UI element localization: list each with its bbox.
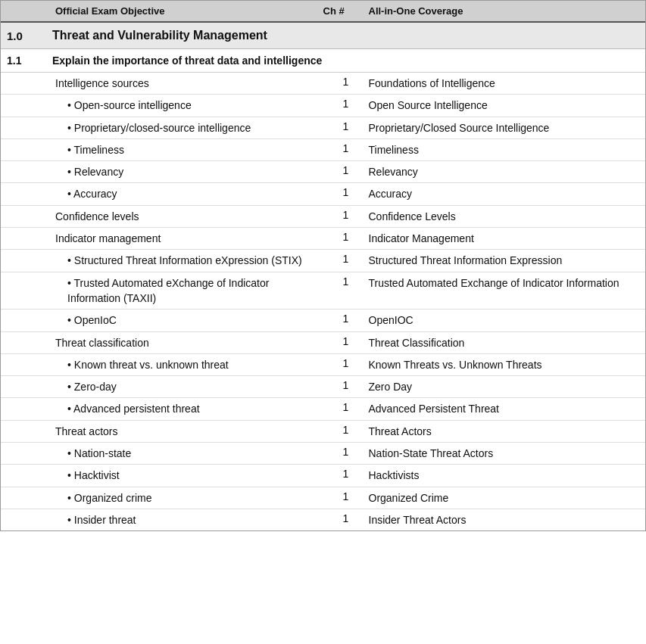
table-row: • Structured Threat Information eXpressi…: [1, 250, 645, 272]
table-row: • OpenIoC1OpenIOC: [1, 310, 645, 331]
row-ch-num: 1: [323, 209, 369, 221]
row-ch-num: 1: [323, 401, 369, 413]
table-row: • Insider threat1Insider Threat Actors: [1, 509, 645, 530]
row-objective-text: • Proprietary/closed-source intelligence: [52, 120, 323, 135]
table-row: • Accuracy1Accuracy: [1, 183, 645, 205]
bullet-icon: •: [67, 166, 74, 178]
row-ch-num: 1: [323, 76, 369, 88]
row-coverage-text: OpenIOC: [369, 313, 640, 328]
table-header: Official Exam Objective Ch # All-in-One …: [1, 1, 645, 23]
row-ch-num: 1: [323, 335, 369, 347]
row-objective-text: • Insider threat: [52, 512, 323, 527]
bullet-icon: •: [67, 403, 73, 415]
bullet-icon: •: [67, 514, 74, 526]
header-col-coverage: All-in-One Coverage: [369, 5, 640, 17]
section-1-1: 1.1 Explain the importance of threat dat…: [1, 49, 645, 73]
table-row: • Known threat vs. unknown threat1Known …: [1, 354, 645, 376]
row-objective-text: Threat classification: [52, 335, 323, 350]
row-coverage-text: Insider Threat Actors: [369, 512, 640, 527]
row-coverage-text: Relevancy: [369, 164, 640, 179]
table-row: • Organized crime1Organized Crime: [1, 487, 645, 509]
row-coverage-text: Foundations of Intelligence: [369, 76, 640, 91]
row-objective-text: • Nation-state: [52, 446, 323, 461]
section-1-1-title: Explain the importance of threat data an…: [52, 54, 639, 67]
row-coverage-text: Known Threats vs. Unknown Threats: [369, 357, 640, 372]
row-objective-text: Confidence levels: [52, 209, 323, 224]
header-col-objnum: [7, 5, 52, 17]
section-1-0-num: 1.0: [7, 30, 52, 42]
row-ch-num: 1: [323, 357, 369, 369]
section-1-1-num: 1.1: [7, 54, 52, 67]
row-ch-num: 1: [323, 98, 369, 110]
row-ch-num: 1: [323, 313, 369, 325]
row-coverage-text: Structured Threat Information Expression: [369, 253, 640, 268]
table-row: • Nation-state1Nation-State Threat Actor…: [1, 443, 645, 465]
row-ch-num: 1: [323, 468, 369, 480]
main-table: Official Exam Objective Ch # All-in-One …: [0, 0, 646, 531]
row-objective-text: • Trusted Automated eXchange of Indicato…: [52, 275, 323, 306]
bullet-icon: •: [67, 144, 74, 156]
table-row: • Relevancy1Relevancy: [1, 161, 645, 183]
row-ch-num: 1: [323, 253, 369, 265]
table-row: • Proprietary/closed-source intelligence…: [1, 117, 645, 139]
row-ch-num: 1: [323, 164, 369, 176]
bullet-icon: •: [67, 99, 74, 111]
row-objective-text: Intelligence sources: [52, 76, 323, 91]
table-row: Indicator management1Indicator Managemen…: [1, 228, 645, 250]
row-coverage-text: Proprietary/Closed Source Intelligence: [369, 120, 640, 135]
table-row: • Timeliness1Timeliness: [1, 139, 645, 161]
table-row: Threat classification1Threat Classificat…: [1, 332, 645, 354]
row-coverage-text: Organized Crime: [369, 490, 640, 506]
row-objective-text: • Relevancy: [52, 164, 323, 179]
table-row: • Open-source intelligence1Open Source I…: [1, 95, 645, 117]
bullet-icon: •: [67, 492, 74, 504]
row-objective-text: • Known threat vs. unknown threat: [52, 357, 323, 372]
row-coverage-text: Threat Actors: [369, 424, 640, 439]
row-objective-text: • Hacktivist: [52, 468, 323, 483]
header-col-ch: Ch #: [323, 5, 369, 17]
row-ch-num: 1: [323, 186, 369, 198]
table-row: Confidence levels1Confidence Levels: [1, 206, 645, 228]
row-ch-num: 1: [323, 424, 369, 436]
row-ch-num: 1: [323, 379, 369, 391]
row-coverage-text: Zero Day: [369, 379, 640, 394]
row-coverage-text: Nation-State Threat Actors: [369, 446, 640, 461]
bullet-icon: •: [67, 469, 74, 481]
table-row: • Hacktivist1Hacktivists: [1, 465, 645, 487]
bullet-icon: •: [67, 122, 74, 134]
row-objective-text: • Structured Threat Information eXpressi…: [52, 253, 323, 268]
bullet-icon: •: [67, 314, 74, 326]
bullet-icon: •: [67, 359, 74, 371]
row-ch-num: 1: [323, 446, 369, 458]
row-objective-text: • Organized crime: [52, 490, 323, 506]
row-coverage-text: Confidence Levels: [369, 209, 640, 224]
bullet-icon: •: [67, 254, 74, 266]
row-coverage-text: Hacktivists: [369, 468, 640, 483]
row-objective-text: • Open-source intelligence: [52, 98, 323, 113]
row-objective-text: • Advanced persistent threat: [52, 401, 323, 416]
row-coverage-text: Timeliness: [369, 142, 640, 157]
row-objective-text: • Timeliness: [52, 142, 323, 157]
row-objective-text: • OpenIoC: [52, 313, 323, 328]
section-1-0: 1.0 Threat and Vulnerability Management: [1, 23, 645, 49]
row-coverage-text: Accuracy: [369, 186, 640, 201]
bullet-icon: •: [67, 277, 74, 289]
row-objective-text: Indicator management: [52, 231, 323, 246]
row-coverage-text: Indicator Management: [369, 231, 640, 246]
row-ch-num: 1: [323, 231, 369, 243]
row-objective-text: Threat actors: [52, 424, 323, 439]
header-col-objective: Official Exam Objective: [52, 5, 323, 17]
bullet-icon: •: [67, 188, 73, 200]
row-ch-num: 1: [323, 120, 369, 132]
row-coverage-text: Advanced Persistent Threat: [369, 401, 640, 416]
rows-container: Intelligence sources1Foundations of Inte…: [1, 73, 645, 530]
table-row: • Advanced persistent threat1Advanced Pe…: [1, 398, 645, 420]
row-coverage-text: Open Source Intelligence: [369, 98, 640, 113]
row-ch-num: 1: [323, 490, 369, 502]
table-row: • Zero-day1Zero Day: [1, 376, 645, 398]
bullet-icon: •: [67, 381, 74, 393]
row-objective-text: • Zero-day: [52, 379, 323, 394]
row-ch-num: 1: [323, 275, 369, 288]
table-row: Threat actors1Threat Actors: [1, 421, 645, 443]
row-coverage-text: Threat Classification: [369, 335, 640, 350]
